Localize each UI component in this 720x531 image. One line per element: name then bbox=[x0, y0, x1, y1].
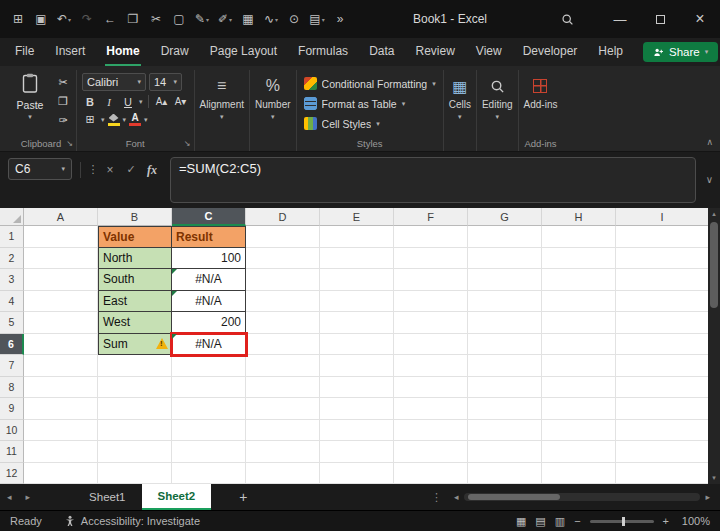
tab-formulas[interactable]: Formulas bbox=[297, 38, 349, 66]
alignment-button[interactable]: ≡ Alignment ▾ bbox=[200, 70, 244, 121]
tab-view[interactable]: View bbox=[475, 38, 503, 66]
cell-B3[interactable]: South bbox=[98, 269, 172, 291]
cell-G7[interactable] bbox=[468, 355, 542, 377]
fill-color-chevron-icon[interactable]: ▾ bbox=[123, 116, 127, 124]
cell-E5[interactable] bbox=[320, 312, 394, 334]
cell-I4[interactable] bbox=[616, 291, 708, 313]
font-dialog-launcher-icon[interactable]: ↘ bbox=[184, 139, 191, 148]
cell-B1[interactable]: Value bbox=[98, 226, 172, 248]
cell-B4[interactable]: East bbox=[98, 291, 172, 313]
column-header-D[interactable]: D bbox=[246, 208, 320, 226]
cell-D6[interactable] bbox=[246, 334, 320, 356]
cut-icon[interactable]: ✂ bbox=[146, 6, 166, 32]
column-header-B[interactable]: B bbox=[98, 208, 172, 226]
cell-H5[interactable] bbox=[542, 312, 616, 334]
cell-B2[interactable]: North bbox=[98, 248, 172, 270]
zoom-out-button[interactable]: − bbox=[574, 515, 580, 527]
cell-E1[interactable] bbox=[320, 226, 394, 248]
redo-icon[interactable]: ↷ bbox=[77, 6, 97, 32]
cell-C5[interactable]: 200 bbox=[172, 312, 246, 334]
cell-A7[interactable] bbox=[24, 355, 98, 377]
horizontal-scroll-thumb[interactable] bbox=[468, 494, 560, 500]
cell-A11[interactable] bbox=[24, 441, 98, 463]
cell-H7[interactable] bbox=[542, 355, 616, 377]
cell-G12[interactable] bbox=[468, 463, 542, 485]
tab-developer[interactable]: Developer bbox=[522, 38, 579, 66]
tab-data[interactable]: Data bbox=[368, 38, 395, 66]
cell-E2[interactable] bbox=[320, 248, 394, 270]
cell-F5[interactable] bbox=[394, 312, 468, 334]
decrease-font-button[interactable]: A▾ bbox=[173, 94, 189, 109]
cell-G6[interactable] bbox=[468, 334, 542, 356]
row-header-9[interactable]: 9 bbox=[0, 398, 24, 420]
addins-button[interactable]: Add-ins bbox=[524, 70, 558, 110]
cell-H12[interactable] bbox=[542, 463, 616, 485]
cells-button[interactable]: ▦ Cells ▾ bbox=[449, 70, 471, 121]
column-header-G[interactable]: G bbox=[468, 208, 542, 226]
cell-H6[interactable] bbox=[542, 334, 616, 356]
format-as-table-button[interactable]: Format as Table▾ bbox=[302, 94, 438, 113]
scroll-down-icon[interactable]: ▾ bbox=[712, 472, 716, 484]
insert-function-icon[interactable]: fx bbox=[143, 163, 161, 178]
cell-C9[interactable] bbox=[172, 398, 246, 420]
cell-F3[interactable] bbox=[394, 269, 468, 291]
cell-C1[interactable]: Result bbox=[172, 226, 246, 248]
close-button[interactable]: × bbox=[680, 0, 720, 38]
tab-file[interactable]: File bbox=[14, 38, 35, 66]
row-header-7[interactable]: 7 bbox=[0, 355, 24, 377]
select-all-corner[interactable] bbox=[0, 208, 24, 226]
cut-button[interactable]: ✂ bbox=[55, 75, 71, 90]
sheet-nav-right-icon[interactable]: ▸ bbox=[19, 492, 38, 502]
paste-button[interactable]: Paste ▾ bbox=[11, 70, 49, 128]
cell-A3[interactable] bbox=[24, 269, 98, 291]
cell-styles-button[interactable]: Cell Styles▾ bbox=[302, 114, 438, 133]
row-header-5[interactable]: 5 bbox=[0, 312, 24, 334]
scroll-up-icon[interactable]: ▴ bbox=[712, 208, 716, 220]
name-box[interactable]: C6 ▾ bbox=[8, 158, 72, 180]
cell-C11[interactable] bbox=[172, 441, 246, 463]
cell-I8[interactable] bbox=[616, 377, 708, 399]
column-header-I[interactable]: I bbox=[616, 208, 708, 226]
cell-I6[interactable] bbox=[616, 334, 708, 356]
cell-I3[interactable] bbox=[616, 269, 708, 291]
cell-A12[interactable] bbox=[24, 463, 98, 485]
column-header-E[interactable]: E bbox=[320, 208, 394, 226]
cell-H11[interactable] bbox=[542, 441, 616, 463]
tab-help[interactable]: Help bbox=[597, 38, 624, 66]
vertical-scroll-thumb[interactable] bbox=[710, 222, 718, 308]
editing-button[interactable]: Editing ▾ bbox=[482, 70, 513, 121]
tab-draw[interactable]: Draw bbox=[160, 38, 190, 66]
sheet-tab-sheet1[interactable]: Sheet1 bbox=[73, 484, 141, 510]
maximize-button[interactable] bbox=[640, 0, 680, 38]
cell-H2[interactable] bbox=[542, 248, 616, 270]
format-painter-button[interactable]: ✑ bbox=[55, 113, 71, 128]
cell-B7[interactable] bbox=[98, 355, 172, 377]
zoom-in-button[interactable]: + bbox=[663, 515, 669, 527]
cell-A6[interactable] bbox=[24, 334, 98, 356]
cell-H8[interactable] bbox=[542, 377, 616, 399]
copy-button[interactable]: ❐ bbox=[55, 94, 71, 109]
underline-chevron-icon[interactable]: ▾ bbox=[139, 98, 143, 106]
clipboard-dialog-launcher-icon[interactable]: ↘ bbox=[66, 139, 73, 148]
cell-H9[interactable] bbox=[542, 398, 616, 420]
cell-D9[interactable] bbox=[246, 398, 320, 420]
hscroll-left-icon[interactable]: ◂ bbox=[454, 492, 459, 502]
copy-icon[interactable]: ❐ bbox=[123, 6, 143, 32]
cell-C12[interactable] bbox=[172, 463, 246, 485]
sheet-nav-left-icon[interactable]: ◂ bbox=[0, 492, 19, 502]
cell-E12[interactable] bbox=[320, 463, 394, 485]
font-size-select[interactable]: 14▾ bbox=[149, 73, 182, 91]
cell-F12[interactable] bbox=[394, 463, 468, 485]
row-header-1[interactable]: 1 bbox=[0, 226, 24, 248]
cell-H1[interactable] bbox=[542, 226, 616, 248]
table-icon[interactable]: ▦ bbox=[238, 6, 258, 32]
column-header-H[interactable]: H bbox=[542, 208, 616, 226]
enter-icon[interactable]: ✓ bbox=[122, 163, 140, 176]
highlighter-icon[interactable]: ✐▾ bbox=[215, 6, 235, 32]
cell-B8[interactable] bbox=[98, 377, 172, 399]
cell-H10[interactable] bbox=[542, 420, 616, 442]
cell-A1[interactable] bbox=[24, 226, 98, 248]
hscroll-right-icon[interactable]: ▸ bbox=[705, 492, 710, 502]
page-break-view-button[interactable]: ▥ bbox=[555, 515, 565, 528]
fill-color-button[interactable] bbox=[108, 114, 120, 126]
